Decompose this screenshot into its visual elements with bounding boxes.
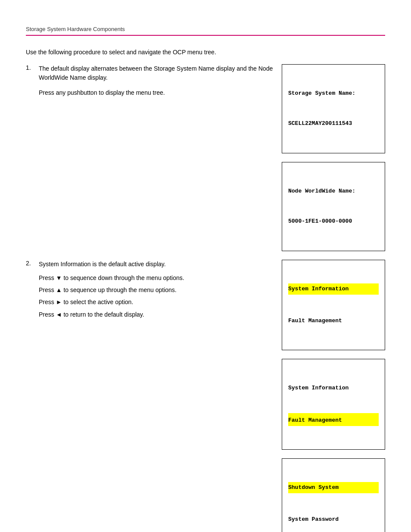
step2-description: System Information is the default active… (39, 260, 166, 269)
step1-text-area: 1. The default display alternates betwee… (26, 64, 273, 97)
lcd-panel-3: System Information Fault Management (282, 260, 385, 351)
step2-text-area: 2. System Information is the default act… (26, 260, 273, 322)
lcd2-line2: 5000-1FE1-0000-0000 (288, 216, 379, 227)
step1-description: The default display alternates between t… (39, 64, 273, 82)
chapter-title: Storage System Hardware Components (26, 26, 385, 36)
lcd-panel-1: Storage System Name: SCELL22MAY200111543 (282, 64, 385, 153)
step1-panels: Storage System Name: SCELL22MAY200111543… (282, 64, 385, 251)
step2-number: 2. (26, 260, 34, 269)
lcd4-line1: System Information (288, 383, 379, 394)
page: Storage System Hardware Components Use t… (0, 0, 411, 532)
step2-panels: System Information Fault Management Syst… (282, 260, 385, 532)
step1-number: 1. (26, 64, 34, 82)
lcd-panel-5: Shutdown System System Password (282, 458, 385, 532)
step1-press-text: Press any pushbutton to display the menu… (39, 88, 273, 97)
lcd2-line1: Node WorldWide Name: (288, 186, 379, 197)
lcd5-line2: System Password (288, 512, 379, 525)
lcd5-line1: Shutdown System (288, 482, 379, 493)
lcd4-line2: Fault Management (288, 413, 379, 426)
main-content: Use the following procedure to select an… (0, 49, 411, 532)
press-right-text: Press ► to select the active option. (39, 297, 273, 307)
lcd3-line1: System Information (288, 283, 379, 295)
lcd1-line2: SCELL22MAY200111543 (288, 118, 379, 129)
lcd1-line1: Storage System Name: (288, 88, 379, 99)
header-section: Storage System Hardware Components (0, 0, 411, 36)
press-up-text: Press ▲ to sequence up through the menu … (39, 285, 273, 295)
step1-container: 1. The default display alternates betwee… (26, 64, 385, 251)
press-left-text: Press ◄ to return to the default display… (39, 310, 273, 319)
lcd-panel-2: Node WorldWide Name: 5000-1FE1-0000-0000 (282, 162, 385, 251)
intro-paragraph: Use the following procedure to select an… (26, 49, 385, 56)
press-down-text: Press ▼ to sequence down through the men… (39, 273, 273, 283)
lcd-panel-4: System Information Fault Management (282, 359, 385, 450)
lcd3-line2: Fault Management (288, 314, 379, 327)
step2-container: 2. System Information is the default act… (26, 260, 385, 532)
